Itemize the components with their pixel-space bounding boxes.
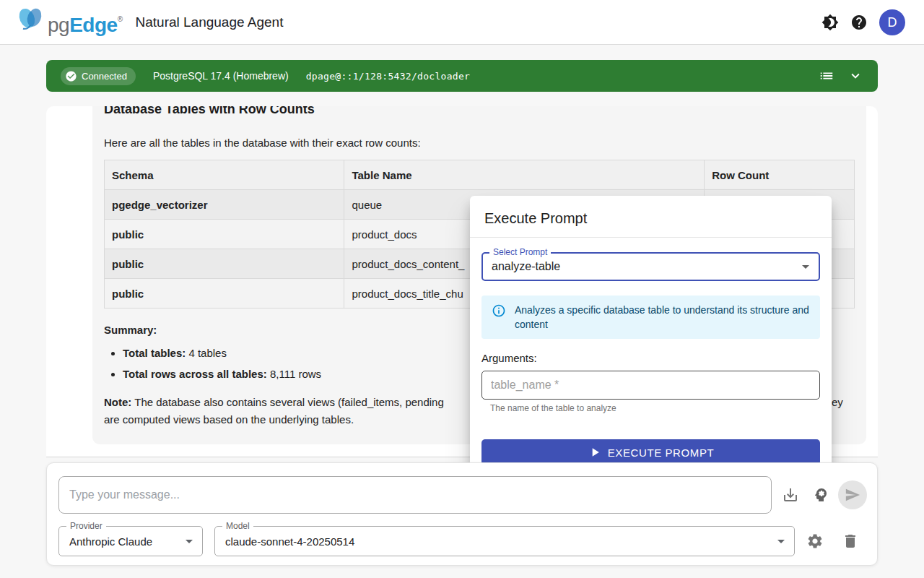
column-header-schema: Schema (105, 160, 344, 190)
gear-icon (806, 532, 824, 550)
dark-mode-icon (821, 14, 839, 31)
play-arrow-icon (588, 445, 602, 460)
info-icon (492, 303, 506, 318)
pgedge-logo: pgEdge® (14, 4, 123, 41)
message-input[interactable] (59, 477, 771, 513)
select-prompt-label: Select Prompt (489, 247, 551, 257)
execute-prompt-button[interactable]: EXECUTE PROMPT (481, 439, 820, 465)
table-name-helper-text: The name of the table to analyze (490, 403, 820, 413)
dropdown-arrow-icon (772, 532, 790, 550)
provider-label: Provider (66, 521, 106, 531)
server-version-label: PostgreSQL 17.4 (Homebrew) (153, 70, 289, 82)
execute-prompt-dialog: Execute Prompt Select Prompt analyze-tab… (470, 196, 832, 477)
table-name-input[interactable] (482, 371, 819, 399)
chat-input-panel: Provider Anthropic Claude Model claude-s… (46, 462, 878, 566)
trash-icon (842, 532, 859, 550)
select-prompt-dropdown[interactable]: Select Prompt analyze-table (481, 252, 820, 281)
message-intro: Here are all the tables in the database … (104, 135, 855, 151)
cell-schema: pgedge_vectorizer (105, 190, 344, 220)
prompt-description: Analyzes a specific database table to un… (515, 303, 810, 332)
prompts-button[interactable] (809, 483, 832, 506)
download-icon (782, 486, 799, 504)
message-heading: Database Tables with Row Counts (104, 106, 855, 118)
clear-chat-button[interactable] (839, 530, 862, 553)
note-text-fragment: ey (832, 394, 843, 411)
settings-button[interactable] (803, 530, 827, 553)
app-header: pgEdge® Natural Language Agent D (0, 0, 924, 45)
check-circle-icon (65, 70, 77, 82)
model-dropdown[interactable]: Model claude-sonnet-4-20250514 (214, 526, 795, 556)
chevron-down-icon[interactable] (847, 68, 863, 84)
cell-schema: public (105, 249, 344, 279)
user-avatar[interactable]: D (879, 9, 905, 35)
cell-schema: public (105, 279, 344, 309)
column-header-row-count: Row Count (705, 160, 855, 190)
select-prompt-value: analyze-table (483, 260, 560, 273)
column-header-table-name: Table Name (344, 160, 705, 190)
arguments-label: Arguments: (481, 352, 820, 365)
model-value: claude-sonnet-4-20250514 (215, 535, 354, 548)
message-field[interactable] (58, 476, 772, 514)
pgedge-logo-text: pgEdge® (48, 4, 123, 41)
connection-list-icon[interactable] (819, 68, 834, 84)
help-icon (850, 14, 868, 31)
theme-toggle-button[interactable] (816, 8, 845, 37)
dialog-title: Execute Prompt (470, 196, 832, 238)
dropdown-arrow-icon (797, 258, 814, 275)
connection-bar: Connected PostgreSQL 17.4 (Homebrew) dpa… (46, 60, 878, 92)
send-button[interactable] (838, 480, 867, 509)
model-label: Model (222, 521, 253, 531)
prompt-info-alert: Analyzes a specific database table to un… (481, 296, 820, 339)
download-button[interactable] (779, 483, 802, 506)
table-name-field[interactable] (481, 371, 820, 400)
send-icon (845, 487, 860, 503)
cell-schema: public (105, 220, 344, 249)
dropdown-arrow-icon (180, 532, 198, 550)
connected-status-label: Connected (82, 71, 127, 82)
connection-string: dpage@::1/128:5432/docloader (306, 71, 471, 82)
provider-dropdown[interactable]: Provider Anthropic Claude (58, 526, 203, 556)
help-button[interactable] (845, 8, 873, 37)
table-header-row: Schema Table Name Row Count (105, 160, 855, 190)
page-title: Natural Language Agent (136, 14, 284, 30)
pgedge-logo-icon (14, 4, 46, 35)
provider-value: Anthropic Claude (59, 535, 152, 548)
psychology-icon (812, 486, 829, 504)
connected-status-badge: Connected (61, 67, 136, 85)
